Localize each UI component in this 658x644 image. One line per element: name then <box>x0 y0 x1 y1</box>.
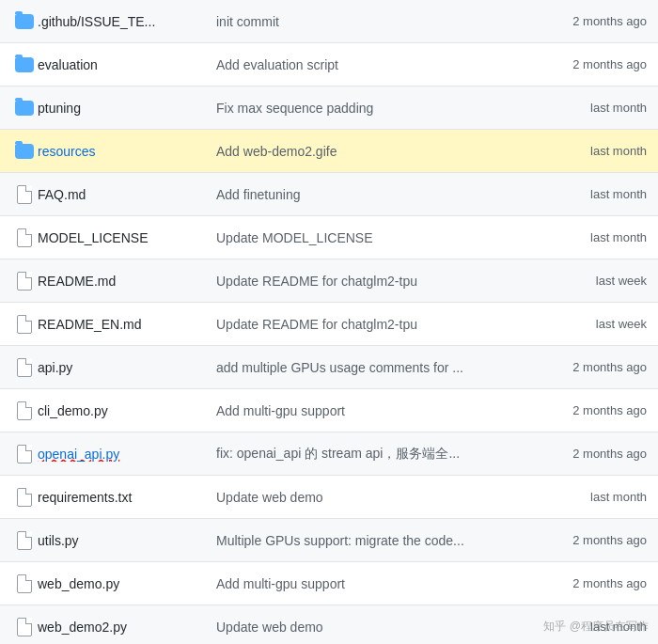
commit-time: last month <box>534 230 647 244</box>
commit-time: last month <box>534 187 647 201</box>
file-icon <box>11 272 38 291</box>
commit-message: Update MODEL_LICENSE <box>216 230 534 245</box>
commit-time: last week <box>534 317 647 331</box>
file-icon <box>11 445 38 463</box>
commit-time: 2 months ago <box>534 57 647 71</box>
commit-message: init commit <box>216 14 534 29</box>
file-icon <box>11 618 38 636</box>
folder-icon <box>11 101 38 116</box>
folder-icon <box>11 57 38 72</box>
commit-message: add multiple GPUs usage comments for ... <box>216 360 534 375</box>
commit-message: Add multi-gpu support <box>216 576 534 591</box>
file-row: requirements.txtUpdate web demolast mont… <box>0 476 658 519</box>
commit-time: 2 months ago <box>534 360 647 374</box>
commit-message: Add multi-gpu support <box>216 403 534 418</box>
commit-message: Update web demo <box>216 490 534 505</box>
watermark: 知乎 @程序员在写作 <box>543 619 649 635</box>
file-icon <box>11 574 38 593</box>
file-icon <box>11 488 38 507</box>
file-name[interactable]: openai_api.py <box>38 447 216 462</box>
file-name: cli_demo.py <box>38 403 216 418</box>
commit-time: last month <box>534 144 647 158</box>
commit-time: 2 months ago <box>534 447 647 461</box>
commit-message: Fix max sequence padding <box>216 101 534 116</box>
file-name: MODEL_LICENSE <box>38 230 216 245</box>
file-row: FAQ.mdAdd finetuninglast month <box>0 173 658 216</box>
file-row: .github/ISSUE_TE...init commit2 months a… <box>0 0 658 43</box>
commit-time: last month <box>534 101 647 115</box>
file-row: resourcesAdd web-demo2.gifelast month <box>0 130 658 173</box>
file-name: README.md <box>38 274 216 289</box>
file-row: cli_demo.pyAdd multi-gpu support2 months… <box>0 389 658 432</box>
file-name: README_EN.md <box>38 317 216 332</box>
commit-message: fix: openai_api 的 stream api，服务端全... <box>216 446 534 463</box>
file-name: evaluation <box>38 57 216 72</box>
file-row: README_EN.mdUpdate README for chatglm2-t… <box>0 303 658 346</box>
file-name: utils.py <box>38 533 216 548</box>
file-row: utils.pyMultiple GPUs support: migrate t… <box>0 519 658 562</box>
commit-time: 2 months ago <box>534 576 647 590</box>
file-name[interactable]: resources <box>38 144 216 159</box>
commit-time: 2 months ago <box>534 533 647 547</box>
file-row: api.pyadd multiple GPUs usage comments f… <box>0 346 658 389</box>
commit-message: Add finetuning <box>216 187 534 202</box>
commit-time: 2 months ago <box>534 403 647 417</box>
file-name: requirements.txt <box>38 490 216 505</box>
folder-icon <box>11 144 38 159</box>
commit-time: 2 months ago <box>534 14 647 28</box>
file-name: FAQ.md <box>38 187 216 202</box>
commit-message: Update README for chatglm2-tpu <box>216 274 534 289</box>
file-name: ptuning <box>38 101 216 116</box>
file-icon <box>11 315 38 334</box>
file-link[interactable]: resources <box>38 144 95 159</box>
commit-message: Multiple GPUs support: migrate the code.… <box>216 533 534 548</box>
file-row: evaluationAdd evaluation script2 months … <box>0 43 658 86</box>
file-row: ptuningFix max sequence paddinglast mont… <box>0 86 658 130</box>
commit-message: Update web demo <box>216 620 534 635</box>
file-row: web_demo.pyAdd multi-gpu support2 months… <box>0 562 658 605</box>
file-icon <box>11 185 38 204</box>
file-icon <box>11 358 38 377</box>
file-icon <box>11 228 38 247</box>
file-icon <box>11 401 38 420</box>
commit-message: Add evaluation script <box>216 57 534 72</box>
folder-icon <box>11 14 38 29</box>
file-name: web_demo2.py <box>38 620 216 635</box>
commit-time: last week <box>534 274 647 288</box>
file-icon <box>11 531 38 550</box>
file-row: README.mdUpdate README for chatglm2-tpul… <box>0 259 658 303</box>
commit-time: last month <box>534 490 647 504</box>
file-name: api.py <box>38 360 216 375</box>
file-row: openai_api.pyfix: openai_api 的 stream ap… <box>0 432 658 476</box>
file-row: MODEL_LICENSEUpdate MODEL_LICENSElast mo… <box>0 216 658 259</box>
commit-message: Add web-demo2.gife <box>216 144 534 159</box>
file-name: .github/ISSUE_TE... <box>38 14 216 29</box>
file-name: web_demo.py <box>38 576 216 591</box>
commit-message: Update README for chatglm2-tpu <box>216 317 534 332</box>
file-link[interactable]: openai_api.py <box>38 447 119 462</box>
